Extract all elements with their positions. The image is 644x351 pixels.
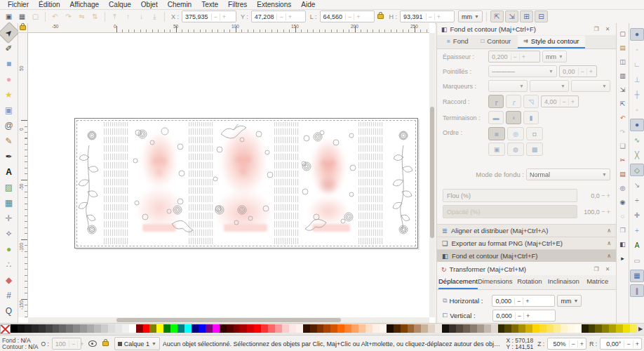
palette-swatch-19[interactable]: [143, 324, 150, 333]
palette-swatch-40[interactable]: [289, 324, 296, 333]
cap-style-button-1[interactable]: ◖: [506, 111, 521, 124]
palette-swatch-80[interactable]: [568, 324, 575, 333]
thickness-field[interactable]: 0,200 −+: [488, 51, 540, 62]
x-field[interactable]: 375,935 − +: [182, 11, 236, 22]
dash-pattern-dropdown[interactable]: ————▼: [488, 65, 557, 77]
collapse-chevron-icon[interactable]: ∧: [607, 227, 611, 234]
height-plus-button[interactable]: +: [434, 13, 443, 20]
menu-texte[interactable]: Texte: [196, 0, 223, 9]
select-all-button[interactable]: ▣: [3, 11, 15, 22]
menu-aide[interactable]: Aide: [296, 0, 320, 9]
affect-scale-toggle[interactable]: ⇲: [505, 11, 518, 22]
collapse-chevron-icon[interactable]: ∧: [607, 253, 611, 259]
mesh-tool[interactable]: ▦: [1, 195, 17, 210]
width-plus-button[interactable]: +: [354, 13, 362, 20]
palette-swatch-76[interactable]: [539, 324, 546, 333]
zoom-selection-button[interactable]: ◎: [617, 182, 629, 194]
export-button[interactable]: ⇱: [617, 98, 629, 110]
drawing-object-wrap-template[interactable]: [74, 118, 418, 249]
fill-stroke-dialog-button[interactable]: ◧: [617, 238, 629, 250]
palette-swatch-70[interactable]: [498, 324, 505, 333]
rotate-ccw-button[interactable]: ↶: [49, 11, 61, 22]
menu-extensions[interactable]: Extensions: [252, 0, 296, 9]
palette-swatch-57[interactable]: [408, 324, 415, 333]
palette-swatch-45[interactable]: [323, 324, 330, 333]
affect-move-toggle[interactable]: ⇱: [490, 11, 504, 22]
lock-ratio-icon[interactable]: [377, 14, 384, 19]
palette-swatch-54[interactable]: [387, 324, 394, 333]
new-document-button[interactable]: ▢: [617, 27, 629, 39]
palette-swatch-65[interactable]: [463, 324, 470, 333]
palette-swatch-77[interactable]: [546, 324, 554, 333]
palette-swatch-55[interactable]: [394, 324, 401, 333]
paint-order-button-5[interactable]: ▩: [526, 143, 543, 156]
palette-swatch-82[interactable]: [582, 324, 589, 333]
cap-style-button-0[interactable]: ▬: [488, 111, 504, 124]
snap-bbox-center-toggle[interactable]: ▫: [630, 103, 644, 116]
panel-detach-icon[interactable]: ❐: [592, 25, 601, 34]
palette-swatch-18[interactable]: [136, 324, 143, 333]
palette-swatch-30[interactable]: [220, 324, 227, 333]
dock-align-distribute[interactable]: ≣Aligner et distribuer (Maj+Ctrl+A)∧: [437, 224, 616, 237]
redo-button[interactable]: ↷: [617, 126, 629, 138]
paint-order-button-2[interactable]: ◘: [526, 127, 543, 140]
y-minus-button[interactable]: −: [276, 13, 285, 20]
palette-swatch-33[interactable]: [240, 324, 247, 333]
palette-swatch-48[interactable]: [344, 324, 351, 333]
panel-close-icon[interactable]: ✕: [603, 265, 612, 274]
height-field[interactable]: 93,391 − +: [400, 11, 455, 22]
print-button[interactable]: ▥: [617, 69, 629, 81]
y-plus-button[interactable]: +: [286, 13, 294, 20]
palette-swatch-8[interactable]: [66, 324, 73, 333]
raise-to-top-button[interactable]: ⤒: [109, 11, 121, 22]
dock-fill-stroke[interactable]: ◧Fond et contour (Maj+Ctrl+F)∧: [437, 249, 616, 262]
ruler-lock-corner[interactable]: [18, 23, 28, 33]
palette-swatch-47[interactable]: [337, 324, 344, 333]
palette-scroll-arrow[interactable]: ▶: [637, 324, 644, 333]
paint-order-button-3[interactable]: ▣: [488, 143, 505, 156]
palette-swatch-35[interactable]: [254, 324, 261, 333]
rectangle-tool[interactable]: ■: [1, 56, 17, 71]
units-dropdown[interactable]: mm▼: [458, 11, 483, 22]
panel-detach-icon[interactable]: ❐: [592, 265, 601, 274]
spiral-tool[interactable]: @: [1, 118, 17, 133]
gradient-tool[interactable]: ▨: [1, 180, 17, 194]
open-button[interactable]: ▤: [617, 41, 629, 53]
tab-fond[interactable]: ■Fond: [441, 36, 474, 48]
connector-tool[interactable]: #: [1, 288, 17, 303]
palette-swatch-43[interactable]: [310, 324, 317, 333]
status-opacity-field[interactable]: 100 −+: [52, 338, 81, 350]
zoom-drawing-button[interactable]: ◉: [617, 196, 629, 208]
palette-swatch-81[interactable]: [575, 324, 582, 333]
menu-fichier[interactable]: Fichier: [3, 0, 34, 9]
snap-guides-toggle[interactable]: ∥: [630, 284, 644, 297]
dash-offset-field[interactable]: 0,00 −+: [559, 65, 597, 77]
paint-order-button-4[interactable]: ◍: [507, 143, 524, 156]
lower-button[interactable]: ↓: [135, 11, 147, 22]
snap-line-midpoint-toggle[interactable]: ÷: [630, 194, 644, 206]
snap-object-center-toggle[interactable]: ✚: [630, 209, 644, 222]
pencil-tool[interactable]: ✎: [1, 133, 17, 148]
palette-swatch-73[interactable]: [518, 324, 525, 333]
palette-swatch-85[interactable]: [602, 324, 609, 333]
palette-swatch-1[interactable]: [18, 324, 25, 333]
no-color-swatch[interactable]: [0, 324, 11, 334]
star-tool[interactable]: ★: [1, 87, 17, 102]
palette-swatch-27[interactable]: [199, 324, 206, 333]
flip-vertical-button[interactable]: ⇅: [89, 11, 101, 22]
tab-inclinaison[interactable]: Inclinaison: [546, 275, 580, 289]
palette-swatch-88[interactable]: [623, 324, 630, 333]
canvas-vertical-scrollbar[interactable]: [429, 33, 435, 317]
snap-rotation-center-toggle[interactable]: +: [630, 224, 644, 237]
snap-bbox-corner-toggle[interactable]: ⊥: [630, 73, 644, 86]
palette-swatch-31[interactable]: [227, 324, 234, 333]
zoom-field[interactable]: 50% −+: [547, 338, 586, 350]
marker-end-dropdown[interactable]: ▼: [571, 80, 610, 92]
paint-bucket-tool[interactable]: ●: [1, 241, 17, 256]
vertical-ruler[interactable]: [18, 33, 28, 317]
palette-swatch-79[interactable]: [561, 324, 568, 333]
palette-swatch-20[interactable]: [149, 324, 156, 333]
palette-swatch-62[interactable]: [442, 324, 449, 333]
palette-swatch-49[interactable]: [351, 324, 358, 333]
zoom-tool[interactable]: Q: [1, 303, 17, 318]
